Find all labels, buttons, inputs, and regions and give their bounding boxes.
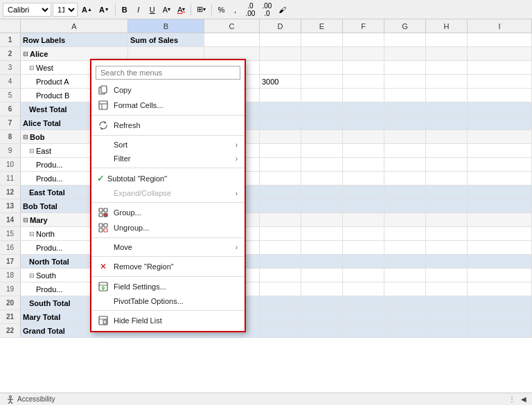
cell-f4 — [343, 75, 384, 88]
cell-f2 — [343, 47, 384, 60]
row-num: 2 — [0, 47, 21, 60]
cell-i20 — [468, 296, 532, 309]
format-paint-button[interactable]: 🖌 — [276, 3, 289, 17]
cell-h16 — [426, 241, 468, 254]
cell-f9 — [343, 144, 384, 157]
col-header-g[interactable]: G — [384, 19, 426, 33]
col-header-a[interactable]: A — [21, 19, 128, 33]
svg-rect-11 — [99, 228, 103, 232]
svg-rect-1 — [101, 86, 107, 93]
accessibility-button[interactable]: Accessibility — [6, 395, 55, 404]
table-row: 10 Produ... — [0, 158, 532, 172]
bold-button[interactable]: B — [118, 3, 131, 17]
cell-d4[interactable]: 3000 — [260, 75, 301, 88]
context-menu-item-hide-field-list[interactable]: Hide Field List — [91, 313, 245, 328]
copy-label: Copy — [114, 86, 132, 94]
font-size-select[interactable]: 11 — [53, 3, 78, 17]
context-menu-item-pivottable-options[interactable]: PivotTable Options... — [91, 294, 245, 308]
cell-e18 — [301, 269, 343, 282]
filter-label: Filter — [114, 154, 130, 163]
font-size-increase-button[interactable]: A▲ — [79, 3, 95, 17]
row-num: 6 — [0, 102, 21, 116]
fill-color-button[interactable]: A▾ — [160, 3, 173, 17]
cell-g4 — [384, 75, 426, 88]
context-menu-item-format-cells[interactable]: Format Cells... — [91, 98, 245, 113]
decimal-increase-button[interactable]: .0.00 — [242, 3, 258, 17]
cell-f19 — [343, 282, 384, 296]
col-header-h[interactable]: H — [426, 19, 468, 33]
cell-f5 — [343, 89, 384, 102]
status-right: ⋮ ◀ — [508, 395, 526, 403]
ctx-divider-4 — [91, 202, 245, 203]
table-row: 14 ⊟ Mary — [0, 213, 532, 227]
cell-i11 — [468, 172, 532, 185]
cell-h10 — [426, 158, 468, 171]
font-color-button[interactable]: A▾ — [175, 3, 188, 17]
sort-arrow: › — [236, 141, 238, 149]
context-menu-item-move[interactable]: Move › — [91, 240, 245, 254]
cell-g10 — [384, 158, 426, 171]
svg-rect-12 — [104, 228, 107, 232]
svg-rect-6 — [104, 208, 107, 212]
subtotal-label: Subtotal "Region" — [107, 174, 167, 183]
context-menu-item-subtotal[interactable]: ✓ Subtotal "Region" — [91, 170, 245, 186]
context-menu-item-expand-collapse[interactable]: Expand/Collapse › — [91, 186, 245, 200]
underline-button[interactable]: U — [146, 3, 159, 17]
svg-point-15 — [103, 287, 105, 289]
context-menu: Copy Format Cells... — [90, 59, 246, 332]
cell-g5 — [384, 89, 426, 102]
cell-b1[interactable]: Sum of Sales — [128, 33, 204, 46]
context-menu-item-refresh[interactable]: Refresh — [91, 118, 245, 133]
cell-d19 — [260, 282, 301, 296]
decimal-decrease-button[interactable]: .00.0 — [259, 3, 274, 17]
row-num: 13 — [0, 199, 21, 213]
italic-button[interactable]: I — [132, 3, 145, 17]
context-menu-item-remove[interactable]: ✕ Remove "Region" — [91, 259, 245, 274]
context-menu-item-sort[interactable]: Sort › — [91, 138, 245, 152]
row-num: 8 — [0, 130, 21, 143]
cell-h21 — [426, 310, 468, 323]
context-menu-item-copy[interactable]: Copy — [91, 82, 245, 98]
cell-h9 — [426, 144, 468, 157]
table-row: 8 ⊟ Bob — [0, 130, 532, 144]
cell-a1[interactable]: Row Labels — [21, 33, 128, 46]
toolbar: Calibri 11 A▲ A▼ B I U A▾ A▾ ⊞▾ % , .0.0… — [0, 0, 532, 19]
cell-h19 — [426, 282, 468, 296]
col-header-d[interactable]: D — [260, 19, 301, 33]
comma-button[interactable]: , — [229, 3, 241, 17]
borders-button[interactable]: ⊞▾ — [194, 3, 209, 17]
ungroup-icon — [97, 223, 109, 233]
col-header-f[interactable]: F — [343, 19, 384, 33]
font-family-select[interactable]: Calibri — [3, 3, 51, 17]
cell-e22 — [301, 324, 343, 337]
cell-f7 — [343, 116, 384, 129]
percent-button[interactable]: % — [215, 3, 227, 17]
cell-e5 — [301, 89, 343, 102]
cell-c1 — [204, 33, 260, 46]
cell-f18 — [343, 269, 384, 282]
col-header-i[interactable]: I — [468, 19, 532, 33]
context-menu-item-filter[interactable]: Filter › — [91, 152, 245, 165]
context-menu-item-field-settings[interactable]: Field Settings... — [91, 279, 245, 294]
dots-icon[interactable]: ⋮ — [508, 395, 515, 403]
cell-f21 — [343, 310, 384, 323]
format-cells-icon — [97, 100, 109, 110]
ctx-divider — [91, 115, 245, 116]
col-header-c[interactable]: C — [204, 19, 260, 33]
col-header-e[interactable]: E — [301, 19, 343, 33]
cell-i8 — [468, 130, 532, 143]
cell-d21 — [260, 310, 301, 323]
cell-i12 — [468, 186, 532, 199]
cell-g6 — [384, 102, 426, 116]
cell-d12 — [260, 186, 301, 199]
refresh-icon — [97, 120, 109, 130]
context-menu-item-group[interactable]: Group... — [91, 205, 245, 220]
context-menu-search-input[interactable] — [96, 66, 240, 80]
arrow-icon[interactable]: ◀ — [521, 395, 526, 403]
row-num: 21 — [0, 310, 21, 323]
col-header-b[interactable]: B — [128, 19, 204, 33]
font-size-decrease-button[interactable]: A▼ — [96, 3, 112, 17]
cell-f10 — [343, 158, 384, 171]
context-menu-item-ungroup[interactable]: Ungroup... — [91, 220, 245, 235]
cell-d6 — [260, 102, 301, 116]
